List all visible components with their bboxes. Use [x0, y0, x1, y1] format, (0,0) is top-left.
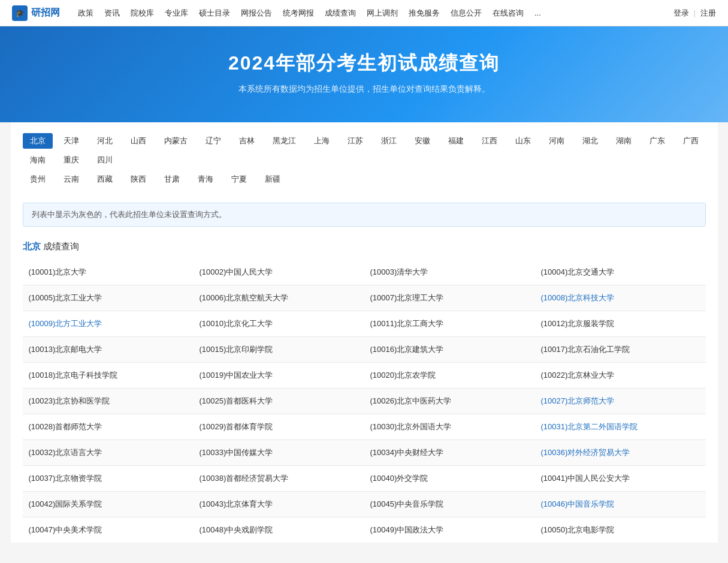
school-cell: (10001)北京大学: [23, 260, 194, 285]
login-link[interactable]: 登录: [673, 8, 689, 19]
info-box: 列表中显示为灰色的，代表此招生单位未设置查询方式。: [23, 203, 706, 227]
section-region: 北京: [23, 241, 41, 251]
school-cell[interactable]: (10009)北方工业大学: [23, 311, 194, 337]
region-btn-贵州[interactable]: 贵州: [23, 171, 53, 187]
school-cell: (10026)北京中医药大学: [364, 389, 535, 414]
school-cell: (10019)中国农业大学: [194, 363, 364, 389]
site-logo[interactable]: 🎓 研招网: [12, 5, 60, 21]
school-cell: (10037)北京物资学院: [23, 466, 194, 492]
school-cell: (10002)中国人民大学: [194, 260, 364, 285]
school-cell: (10040)外交学院: [364, 466, 535, 492]
region-btn-广东[interactable]: 广东: [642, 133, 672, 149]
region-btn-江苏[interactable]: 江苏: [340, 133, 370, 149]
region-row-2: 贵州云南西藏陕西甘肃青海宁夏新疆: [23, 171, 706, 187]
nav-link-信息公开[interactable]: 信息公开: [451, 8, 482, 19]
nav-link-院校库[interactable]: 院校库: [131, 8, 154, 19]
school-cell: (10029)首都体育学院: [194, 414, 364, 440]
region-btn-重庆[interactable]: 重庆: [56, 152, 86, 168]
region-btn-山东[interactable]: 山东: [508, 133, 538, 149]
school-cell: (10043)北京体育大学: [194, 492, 364, 517]
region-btn-西藏[interactable]: 西藏: [90, 171, 120, 187]
section-suffix: 成绩查询: [41, 241, 79, 251]
nav-link-...[interactable]: ...: [534, 8, 541, 17]
school-cell: (10028)首都师范大学: [23, 414, 194, 440]
region-row-1: 北京天津河北山西内蒙古辽宁吉林黑龙江上海江苏浙江安徽福建江西山东河南湖北湖南广东…: [23, 133, 706, 168]
region-btn-海南[interactable]: 海南: [23, 152, 53, 168]
school-cell: (10015)北京印刷学院: [194, 337, 364, 363]
region-btn-云南[interactable]: 云南: [56, 171, 86, 187]
auth-sep: |: [694, 8, 696, 17]
region-btn-江西[interactable]: 江西: [475, 133, 505, 149]
region-btn-新疆[interactable]: 新疆: [258, 171, 288, 187]
table-row: (10005)北京工业大学(10006)北京航空航天大学(10007)北京理工大…: [23, 285, 706, 311]
school-cell: (10042)国际关系学院: [23, 492, 194, 517]
table-row: (10001)北京大学(10002)中国人民大学(10003)清华大学(1000…: [23, 260, 706, 285]
region-btn-天津[interactable]: 天津: [56, 133, 86, 149]
region-btn-福建[interactable]: 福建: [441, 133, 471, 149]
nav-link-推免服务[interactable]: 推免服务: [409, 8, 440, 19]
region-btn-河北[interactable]: 河北: [90, 133, 120, 149]
school-cell[interactable]: (10008)北京科技大学: [535, 285, 706, 311]
register-link[interactable]: 注册: [700, 8, 716, 19]
region-btn-北京[interactable]: 北京: [23, 133, 53, 149]
nav-link-网上调剂[interactable]: 网上调剂: [367, 8, 398, 19]
region-btn-河南[interactable]: 河南: [542, 133, 572, 149]
region-btn-甘肃[interactable]: 甘肃: [157, 171, 187, 187]
table-row: (10037)北京物资学院(10038)首都经济贸易大学(10040)外交学院(…: [23, 466, 706, 492]
nav-link-资讯[interactable]: 资讯: [104, 8, 120, 19]
school-cell: (10018)北京电子科技学院: [23, 363, 194, 389]
school-cell: (10048)中央戏剧学院: [194, 517, 364, 543]
school-cell: (10003)清华大学: [364, 260, 535, 285]
table-row: (10042)国际关系学院(10043)北京体育大学(10045)中央音乐学院(…: [23, 492, 706, 517]
school-cell: (10016)北京建筑大学: [364, 337, 535, 363]
table-row: (10013)北京邮电大学(10015)北京印刷学院(10016)北京建筑大学(…: [23, 337, 706, 363]
region-btn-青海[interactable]: 青海: [191, 171, 220, 187]
school-cell: (10034)中央财经大学: [364, 440, 535, 466]
nav-auth: 登录 | 注册: [673, 8, 716, 19]
info-text: 列表中显示为灰色的，代表此招生单位未设置查询方式。: [32, 210, 226, 219]
region-btn-安徽[interactable]: 安徽: [407, 133, 437, 149]
logo-text: 研招网: [31, 7, 60, 19]
region-btn-山西[interactable]: 山西: [123, 133, 153, 149]
region-btn-内蒙古[interactable]: 内蒙古: [157, 133, 195, 149]
region-btn-广西[interactable]: 广西: [676, 133, 706, 149]
nav-link-统考网报[interactable]: 统考网报: [283, 8, 314, 19]
school-cell: (10007)北京理工大学: [364, 285, 535, 311]
school-cell: (10045)中央音乐学院: [364, 492, 535, 517]
region-tabs: 北京天津河北山西内蒙古辽宁吉林黑龙江上海江苏浙江安徽福建江西山东河南湖北湖南广东…: [23, 122, 706, 197]
region-btn-宁夏[interactable]: 宁夏: [224, 171, 254, 187]
nav-link-政策[interactable]: 政策: [78, 8, 93, 19]
school-cell: (10005)北京工业大学: [23, 285, 194, 311]
school-cell[interactable]: (10031)北京第二外国语学院: [535, 414, 706, 440]
school-cell: (10006)北京航空航天大学: [194, 285, 364, 311]
region-btn-上海[interactable]: 上海: [307, 133, 337, 149]
school-cell: (10038)首都经济贸易大学: [194, 466, 364, 492]
nav-link-网报公告[interactable]: 网报公告: [241, 8, 272, 19]
nav-link-成绩查询[interactable]: 成绩查询: [325, 8, 356, 19]
region-btn-辽宁[interactable]: 辽宁: [198, 133, 228, 149]
nav-link-硕士目录[interactable]: 硕士目录: [199, 8, 230, 19]
region-btn-陕西[interactable]: 陕西: [123, 171, 153, 187]
school-cell[interactable]: (10046)中国音乐学院: [535, 492, 706, 517]
table-row: (10032)北京语言大学(10033)中国传媒大学(10034)中央财经大学(…: [23, 440, 706, 466]
school-cell: (10010)北京化工大学: [194, 311, 364, 337]
school-cell: (10004)北京交通大学: [535, 260, 706, 285]
nav-link-专业库[interactable]: 专业库: [165, 8, 188, 19]
region-btn-四川[interactable]: 四川: [90, 152, 120, 168]
school-cell: (10050)北京电影学院: [535, 517, 706, 543]
table-row: (10028)首都师范大学(10029)首都体育学院(10030)北京外国语大学…: [23, 414, 706, 440]
region-btn-黑龙江[interactable]: 黑龙江: [265, 133, 303, 149]
region-btn-吉林[interactable]: 吉林: [232, 133, 262, 149]
hero-banner: 2024年部分考生初试成绩查询 本系统所有数据均为招生单位提供，招生单位对查询结…: [0, 26, 728, 122]
school-cell: (10030)北京外国语大学: [364, 414, 535, 440]
school-cell[interactable]: (10036)对外经济贸易大学: [535, 440, 706, 466]
nav-link-在线咨询[interactable]: 在线咨询: [493, 8, 524, 19]
region-btn-湖北[interactable]: 湖北: [575, 133, 605, 149]
region-btn-湖南[interactable]: 湖南: [609, 133, 639, 149]
school-cell[interactable]: (10027)北京师范大学: [535, 389, 706, 414]
school-cell: (10023)北京协和医学院: [23, 389, 194, 414]
school-cell: (10012)北京服装学院: [535, 311, 706, 337]
school-cell: (10013)北京邮电大学: [23, 337, 194, 363]
nav-links: 政策资讯院校库专业库硕士目录网报公告统考网报成绩查询网上调剂推免服务信息公开在线…: [78, 8, 673, 19]
region-btn-浙江[interactable]: 浙江: [374, 133, 404, 149]
